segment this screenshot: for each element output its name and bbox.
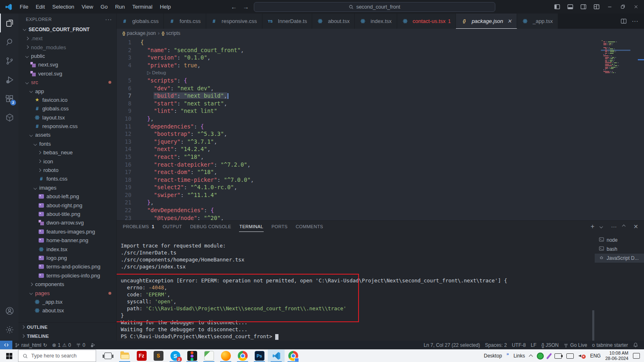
code-line-11[interactable]: 11"dependencies": { [117, 123, 644, 131]
tree-item-favicon.ico[interactable]: ★favicon.ico [18, 96, 116, 104]
back-arrow-icon[interactable]: ← [230, 3, 238, 10]
notifications-bell[interactable] [630, 341, 641, 349]
code-line-12[interactable]: 12"bootstrap": "^5.3.3", [117, 130, 644, 138]
taskbar-app-firefox[interactable] [217, 350, 234, 362]
tab-fonts.css[interactable]: #fonts.css [164, 14, 206, 29]
language-mode-status[interactable]: {}JSON [539, 341, 561, 349]
tree-item-components[interactable]: components [18, 280, 116, 289]
language-indicator[interactable]: ENG [590, 353, 601, 359]
outline-section[interactable]: OUTLINE [18, 323, 116, 332]
activity-extensions-icon[interactable]: 2 [0, 89, 18, 108]
tree-item-terms-policies-info.png[interactable]: terms-policies-info.png [18, 271, 116, 280]
code-line-16[interactable]: 16"react-datepicker": "^7.2.0", [117, 161, 644, 169]
panel-tab-ports[interactable]: PORTS [271, 222, 288, 231]
menu-file[interactable]: File [16, 2, 32, 11]
split-editor-icon[interactable] [621, 18, 627, 24]
terminal-scrollbar[interactable] [592, 310, 594, 341]
tree-item-features-images.png[interactable]: features-images.png [18, 227, 116, 236]
tray-window-icon[interactable] [566, 353, 574, 359]
customize-layout-button[interactable] [591, 2, 602, 12]
panel-tab-problems[interactable]: PROBLEMS1 [122, 222, 155, 231]
ports-status[interactable]: 0 [74, 341, 88, 349]
taskbar-app-figma[interactable] [184, 350, 200, 362]
code-line-23[interactable]: 23"@types/node": "^20", [117, 214, 644, 220]
activity-search-icon[interactable] [0, 32, 18, 51]
clock-datetime[interactable]: 10:08 AM 28-06-2024 [605, 351, 628, 361]
tree-item-fonts.css[interactable]: #fonts.css [18, 174, 116, 183]
tree-item-logo.png[interactable]: logo.png [18, 254, 116, 262]
tree-item-about.tsx[interactable]: about.tsx [18, 306, 116, 315]
code-line-20[interactable]: 20"swiper": "^11.1.4" [117, 191, 644, 199]
tab-InnerDate.ts[interactable]: TSInnerDate.ts [262, 14, 313, 29]
breadcrumb-symbol[interactable]: scripts [166, 30, 180, 36]
menu-run[interactable]: Run [112, 2, 128, 11]
code-line-17[interactable]: 17"react-dom": "^18", [117, 168, 644, 176]
tab-_app.tsx[interactable]: _app.tsx [517, 14, 558, 29]
go-live-button[interactable]: Go Live [561, 341, 589, 349]
menu-terminal[interactable]: Terminal [129, 2, 156, 11]
taskbar-search-input[interactable]: Type here to search [18, 350, 96, 362]
tree-item-layout.tsx[interactable]: layout.tsx [18, 113, 116, 122]
volume-muted-icon[interactable]: ✕ [578, 353, 586, 359]
panel-tab-comments[interactable]: COMMENTS [295, 222, 324, 231]
close-button[interactable] [630, 2, 642, 12]
terminal-instance-javascriptd[interactable]: JavaScript D... [595, 254, 644, 263]
close-panel-icon[interactable]: ✕ [633, 223, 638, 230]
code-line-19[interactable]: 19"select2": "^4.1.0-rc.0", [117, 183, 644, 191]
tab-package.json[interactable]: {}package.json✕ [456, 14, 517, 29]
tab-globals.css[interactable]: #globals.css [117, 14, 164, 29]
code-line-4[interactable]: 4"private": true, [117, 62, 644, 69]
code-line-7[interactable]: 7"build": "next build", [117, 92, 644, 100]
taskbar-app-chrome-remote[interactable] [285, 350, 301, 362]
timeline-section[interactable]: TIMELINE [18, 332, 116, 341]
panel-tab-output[interactable]: OUTPUT [162, 222, 182, 231]
tree-item-fonts[interactable]: fonts [18, 140, 116, 148]
show-hidden-icons-caret[interactable] [529, 355, 533, 359]
tray-display-icon[interactable] [554, 353, 562, 359]
taskbar-app-photoshop[interactable]: Ps [251, 350, 268, 362]
start-button[interactable] [0, 350, 18, 362]
explorer-more-actions-icon[interactable]: ··· [105, 16, 112, 23]
git-branch-status[interactable]: ravi_html ↻ [12, 341, 50, 349]
tree-item-public[interactable]: public [18, 52, 116, 60]
tree-item-dwon-arrow.svg[interactable]: dwon-arrow.svg [18, 218, 116, 227]
problems-status[interactable]: ⊗ 1 ⚠ 0 [50, 341, 74, 349]
terminal-instance-bash[interactable]: bash [595, 245, 644, 254]
maximize-panel-icon[interactable] [622, 225, 626, 228]
toggle-panel-button[interactable] [564, 2, 576, 12]
tree-item-next.svg[interactable]: next.svg [18, 60, 116, 69]
command-center-search[interactable]: second_court_front [254, 2, 495, 12]
taskbar-app-log-viewer[interactable] [200, 350, 217, 362]
tree-item-roboto[interactable]: roboto [18, 166, 116, 174]
code-line-3[interactable]: 3"version": "0.1.0", [117, 54, 644, 62]
encoding-status[interactable]: UTF-8 [509, 341, 528, 349]
tree-item-home-banner.png[interactable]: home-banner.png [18, 236, 116, 245]
tree-item-vercel.svg[interactable]: vercel.svg [18, 69, 116, 78]
code-line-1[interactable]: 1{ [117, 39, 644, 46]
tab-responsive.css[interactable]: #responsive.css [206, 14, 262, 29]
toggle-primary-sidebar-button[interactable] [551, 2, 563, 12]
activity-cube-icon[interactable] [0, 108, 18, 127]
activity-settings-icon[interactable] [0, 320, 18, 339]
code-line-5[interactable]: 5"scripts": { [117, 77, 644, 85]
terminal-instance-node[interactable]: node [595, 236, 644, 245]
tree-item-index.tsx[interactable]: index.tsx [18, 245, 116, 253]
panel-tab-debug-console[interactable]: DEBUG CONSOLE [190, 222, 232, 231]
menu-edit[interactable]: Edit [32, 2, 48, 11]
activity-run-debug-icon[interactable] [0, 70, 18, 89]
tab-index.tsx[interactable]: index.tsx [355, 14, 397, 29]
minimize-button[interactable] [604, 2, 615, 12]
menu-go[interactable]: Go [97, 2, 111, 11]
more-actions-icon[interactable]: ··· [632, 18, 638, 25]
tree-item-responsive.css[interactable]: #responsive.css [18, 122, 116, 131]
breadcrumb-file[interactable]: package.json [127, 30, 156, 36]
code-line-22[interactable]: 22"devDependencies": { [117, 206, 644, 214]
tree-item-icon[interactable]: icon [18, 157, 116, 165]
tree-root-folder[interactable]: SECOND_COURT_FRONT [18, 25, 116, 34]
overflow-chevrons[interactable]: » [506, 351, 509, 356]
desktop-label[interactable]: Desktop [484, 353, 502, 359]
overview-ruler[interactable] [638, 38, 644, 220]
notification-center-icon[interactable] [633, 353, 640, 359]
new-terminal-icon[interactable]: + [591, 223, 594, 230]
code-line-2[interactable]: 2"name": "second_court_front", [117, 46, 644, 54]
